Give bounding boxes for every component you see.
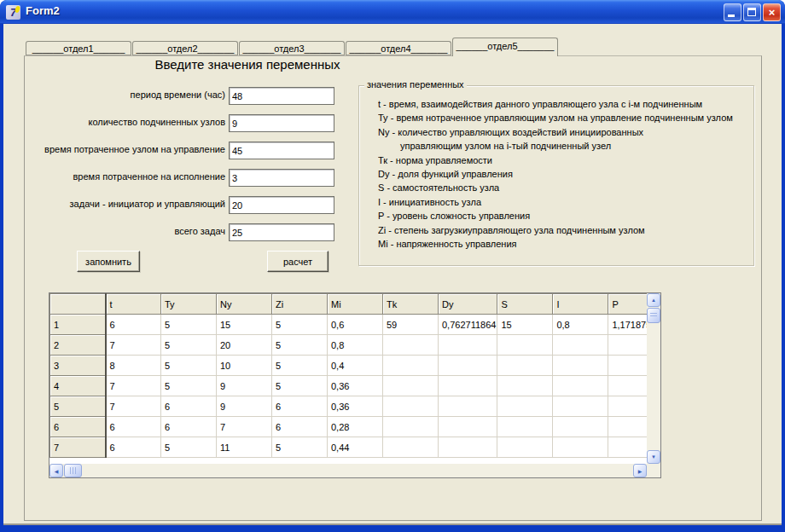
grid-cell[interactable]: 15 [217, 315, 272, 335]
grid-cell[interactable]: 9 [217, 376, 272, 396]
grid-cell[interactable] [497, 437, 553, 458]
scroll-right-button[interactable]: ▶ [633, 464, 647, 477]
grid-cell[interactable] [383, 417, 439, 437]
grid-cell[interactable] [553, 417, 608, 437]
grid-cell[interactable]: 9 [217, 396, 272, 417]
grid-cell[interactable]: 6 [106, 417, 161, 437]
delphi-app-icon[interactable]: 7 [6, 5, 20, 20]
calc-button[interactable]: расчет [267, 251, 329, 272]
input-vremya-na-ispolnenie[interactable] [229, 169, 334, 187]
grid-cell[interactable]: 7 [106, 376, 161, 396]
grid-cell[interactable] [439, 376, 497, 396]
tab-otdel3[interactable]: ______отдел3_______ [239, 41, 345, 55]
grid-cell[interactable]: 0,28 [328, 417, 383, 437]
tab-otdel5[interactable]: ______отдел5_______ [452, 38, 558, 56]
grid-cell[interactable]: 5 [272, 315, 328, 335]
grid-cell[interactable]: 0,44 [328, 437, 383, 458]
grid-header-S: S [497, 294, 553, 315]
grid-cell[interactable] [553, 335, 608, 356]
scroll-up-button[interactable]: ▲ [647, 293, 660, 307]
grid-cell[interactable]: 5 [272, 437, 328, 458]
grid-cell[interactable] [383, 376, 439, 396]
minimize-button[interactable] [724, 3, 741, 21]
horizontal-scroll-thumb[interactable] [64, 464, 82, 477]
grid-cell[interactable]: 10 [217, 356, 272, 376]
save-button[interactable]: запомнить [77, 251, 140, 272]
grid-cell[interactable] [439, 417, 497, 437]
label-period-vremeni: период времени (час) [24, 90, 225, 100]
tab-otdel2[interactable]: ______отдел2_______ [132, 41, 238, 55]
grid-cell[interactable]: 0,8 [553, 315, 608, 335]
grid-cell[interactable] [497, 335, 553, 356]
data-grid[interactable]: tTyNyZiMiTkDySIP1651550,6590,76271186415… [49, 292, 661, 478]
grid-cell[interactable]: 7 [106, 396, 161, 417]
grid-cell[interactable] [553, 356, 608, 376]
grid-cell[interactable] [497, 376, 553, 396]
close-button[interactable]: × [763, 3, 781, 21]
grid-cell[interactable]: 15 [497, 315, 553, 335]
grid-cell[interactable] [439, 335, 497, 356]
vertical-scroll-thumb[interactable] [647, 308, 660, 323]
grid-cell[interactable] [439, 437, 497, 458]
grid-cell[interactable]: 0,36 [328, 396, 383, 417]
grid-cell[interactable]: 7 [217, 417, 272, 437]
grid-cell[interactable] [439, 396, 497, 417]
grid-cell[interactable]: 5 [161, 315, 217, 335]
grid-cell[interactable]: 6 [106, 315, 161, 335]
grid-cell[interactable]: 6 [161, 396, 217, 417]
scroll-down-button[interactable]: ▼ [647, 450, 660, 464]
legend-line: P - уровень сложность управления [378, 209, 750, 223]
title-bar[interactable]: 7 Form2 × [0, 0, 785, 24]
grid-cell[interactable]: 6 [106, 437, 161, 458]
grid-header-Ty: Ty [161, 294, 217, 315]
grid-cell[interactable]: 0,36 [328, 376, 383, 396]
grid-cell[interactable] [383, 396, 439, 417]
grid-cell[interactable]: 5 [161, 356, 217, 376]
grid-cell[interactable]: 5 [161, 437, 217, 458]
grid-cell[interactable] [497, 396, 553, 417]
label-zadachi-iniciator-i-upravlyayushchij: задачи - инициатор и управляющий [24, 199, 225, 209]
grid-cell[interactable]: 0,4 [328, 356, 383, 376]
grid-cell[interactable]: 6 [161, 417, 217, 437]
minimize-icon [728, 14, 735, 17]
grid-header-Zi: Zi [272, 294, 328, 315]
grid-cell[interactable]: 5 [272, 335, 328, 356]
grid-cell[interactable] [383, 437, 439, 458]
grid-cell[interactable] [553, 396, 608, 417]
legend-title: значения переменных [364, 79, 467, 90]
grid-cell[interactable] [497, 417, 553, 437]
input-vsego-zadach[interactable] [229, 223, 334, 241]
grid-cell[interactable] [497, 356, 553, 376]
grid-cell[interactable]: 0,762711864 [439, 315, 497, 335]
maximize-button[interactable] [743, 3, 761, 21]
input-vremya-uzlom-na-upravlenie[interactable] [229, 142, 334, 159]
grid-cell[interactable]: 5 [161, 335, 217, 356]
grid-cell[interactable] [383, 335, 439, 356]
grid-cell[interactable]: 0,8 [328, 335, 383, 356]
grid-cell[interactable]: 8 [106, 356, 161, 376]
grid-cell[interactable]: 59 [383, 315, 439, 335]
grid-cell[interactable]: 5 [272, 356, 328, 376]
grid-cell[interactable]: 6 [272, 417, 328, 437]
grid-cell[interactable]: 5 [161, 376, 217, 396]
grid-cell[interactable]: 5 [272, 376, 328, 396]
grid-cell[interactable]: 11 [217, 437, 272, 458]
grid-cell[interactable] [439, 356, 497, 376]
grid-cell[interactable] [553, 437, 608, 458]
grid-cell[interactable] [383, 356, 439, 376]
input-kolichestvo-podchinennyh-uzlov[interactable] [229, 114, 334, 132]
grid-cell[interactable]: 7 [106, 335, 161, 356]
input-zadachi-iniciator-i-upravlyayushchij[interactable] [229, 196, 334, 214]
scroll-left-button[interactable]: ◀ [49, 464, 63, 477]
grid-cell[interactable]: 6 [272, 396, 328, 417]
maximize-icon [747, 8, 756, 16]
tab-otdel4[interactable]: ______отдел4_______ [346, 41, 451, 55]
tab-otdel1[interactable]: ______отдел1______ [26, 41, 131, 55]
legend-line: t - время, взаимодействия данного управл… [378, 97, 750, 111]
grid-cell[interactable]: 0,6 [328, 315, 383, 335]
horizontal-scrollbar[interactable]: ◀ ▶ [49, 464, 647, 477]
vertical-scrollbar[interactable]: ▲ ▼ [647, 293, 660, 464]
grid-cell[interactable]: 20 [217, 335, 272, 356]
grid-cell[interactable] [553, 376, 608, 396]
input-period-vremeni[interactable] [229, 87, 334, 105]
